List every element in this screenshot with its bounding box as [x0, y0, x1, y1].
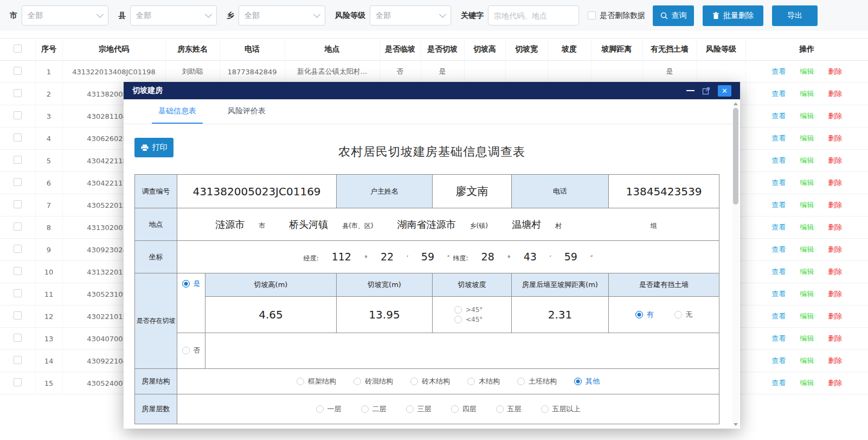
- row-checkbox[interactable]: [14, 334, 22, 342]
- angle-gt45-radio[interactable]: [454, 306, 462, 314]
- row-checkbox[interactable]: [14, 89, 22, 97]
- delete-link[interactable]: 删除: [828, 356, 842, 365]
- view-link[interactable]: 查看: [771, 379, 786, 387]
- delete-link[interactable]: 删除: [828, 379, 842, 387]
- view-link[interactable]: 查看: [771, 201, 786, 209]
- view-link[interactable]: 查看: [771, 356, 786, 365]
- print-button[interactable]: 打印: [134, 138, 173, 157]
- floors-1-radio[interactable]: [316, 405, 324, 413]
- county-select[interactable]: 全部: [130, 5, 217, 25]
- row-checkbox[interactable]: [14, 378, 22, 386]
- delete-link[interactable]: 删除: [828, 178, 842, 187]
- structure-frame-radio[interactable]: [297, 378, 304, 385]
- structure-brick-concrete-radio[interactable]: [353, 378, 361, 385]
- edit-link[interactable]: 编辑: [800, 178, 814, 187]
- edit-link[interactable]: 编辑: [800, 201, 814, 209]
- edit-link[interactable]: 编辑: [800, 223, 814, 231]
- edit-link[interactable]: 编辑: [800, 112, 814, 120]
- maximize-icon[interactable]: [702, 87, 710, 95]
- edit-link[interactable]: 编辑: [800, 379, 814, 387]
- view-link[interactable]: 查看: [771, 156, 786, 164]
- slope-no-radio[interactable]: [182, 347, 190, 354]
- row-checkbox[interactable]: [14, 111, 22, 119]
- structure-brick-wood-radio[interactable]: [410, 378, 418, 385]
- delete-link[interactable]: 删除: [828, 267, 842, 276]
- row-checkbox[interactable]: [14, 178, 22, 186]
- floors-5-radio[interactable]: [496, 405, 504, 413]
- delete-link[interactable]: 删除: [828, 67, 842, 75]
- view-link[interactable]: 查看: [771, 223, 786, 231]
- row-checkbox[interactable]: [14, 245, 22, 253]
- scroll-up-icon[interactable]: [732, 100, 739, 107]
- tab-risk-evaluation[interactable]: 风险评价表: [228, 106, 266, 124]
- view-link[interactable]: 查看: [771, 90, 786, 98]
- row-checkbox[interactable]: [14, 356, 22, 364]
- delete-link[interactable]: 删除: [828, 245, 842, 253]
- edit-link[interactable]: 编辑: [800, 312, 814, 320]
- view-link[interactable]: 查看: [771, 290, 786, 298]
- edit-link[interactable]: 编辑: [800, 245, 814, 253]
- col-owner-name: 房东姓名: [165, 39, 220, 61]
- structure-wood-radio[interactable]: [467, 378, 475, 385]
- delete-link[interactable]: 删除: [828, 312, 842, 320]
- view-link[interactable]: 查看: [771, 245, 786, 253]
- edit-link[interactable]: 编辑: [800, 290, 814, 298]
- scrollbar-thumb[interactable]: [733, 108, 738, 205]
- row-checkbox[interactable]: [14, 67, 22, 75]
- delete-link[interactable]: 删除: [828, 290, 842, 298]
- delete-link[interactable]: 删除: [828, 112, 842, 120]
- cell-slope_width: [505, 61, 548, 83]
- floors-5plus-radio[interactable]: [541, 405, 549, 413]
- close-icon[interactable]: ✕: [718, 85, 731, 97]
- export-button[interactable]: 导出: [772, 5, 818, 26]
- delete-link[interactable]: 删除: [828, 223, 842, 231]
- row-checkbox[interactable]: [14, 200, 22, 208]
- view-link[interactable]: 查看: [771, 312, 786, 320]
- edit-link[interactable]: 编辑: [800, 267, 814, 276]
- delete-link[interactable]: 删除: [828, 134, 842, 142]
- delete-link[interactable]: 删除: [828, 201, 842, 209]
- select-all-checkbox[interactable]: [14, 44, 22, 53]
- angle-lt45-radio[interactable]: [454, 316, 462, 323]
- view-link[interactable]: 查看: [771, 334, 786, 342]
- floors-2-radio[interactable]: [361, 405, 369, 413]
- view-link[interactable]: 查看: [771, 112, 786, 120]
- floors-3-radio[interactable]: [406, 405, 414, 413]
- delete-link[interactable]: 删除: [828, 90, 842, 98]
- delete-link[interactable]: 删除: [828, 334, 842, 342]
- edit-link[interactable]: 编辑: [800, 356, 814, 365]
- edit-link[interactable]: 编辑: [800, 156, 814, 164]
- edit-link[interactable]: 编辑: [800, 67, 814, 75]
- structure-adobe-radio[interactable]: [517, 378, 525, 385]
- row-checkbox[interactable]: [14, 156, 22, 164]
- row-actions: 查看编辑删除: [745, 83, 868, 105]
- minimize-icon[interactable]: [686, 90, 695, 91]
- row-checkbox[interactable]: [14, 267, 22, 275]
- deleted-data-checkbox[interactable]: [588, 11, 596, 20]
- row-checkbox[interactable]: [14, 133, 22, 142]
- wall-yes-radio[interactable]: [635, 311, 643, 318]
- edit-link[interactable]: 编辑: [800, 134, 814, 142]
- city-select[interactable]: 全部: [22, 5, 108, 25]
- edit-link[interactable]: 编辑: [800, 90, 814, 98]
- structure-other-radio[interactable]: [574, 378, 582, 385]
- slope-yes-radio[interactable]: [182, 280, 190, 288]
- view-link[interactable]: 查看: [771, 178, 786, 187]
- tab-basic-info[interactable]: 基础信息表: [158, 106, 196, 124]
- query-button[interactable]: 查询: [653, 5, 694, 26]
- scroll-down-icon[interactable]: [732, 421, 739, 428]
- batch-delete-button[interactable]: 批量删除: [703, 5, 763, 26]
- view-link[interactable]: 查看: [771, 67, 786, 75]
- view-link[interactable]: 查看: [771, 267, 786, 276]
- township-select[interactable]: 全部: [239, 5, 325, 25]
- view-link[interactable]: 查看: [771, 134, 786, 142]
- risk-level-select[interactable]: 全部: [370, 5, 451, 25]
- row-checkbox[interactable]: [14, 222, 22, 231]
- delete-link[interactable]: 删除: [828, 156, 842, 164]
- row-checkbox[interactable]: [14, 311, 22, 320]
- keyword-input[interactable]: [488, 5, 579, 25]
- wall-no-radio[interactable]: [674, 311, 682, 318]
- row-checkbox[interactable]: [14, 289, 22, 297]
- edit-link[interactable]: 编辑: [800, 334, 814, 342]
- floors-4-radio[interactable]: [451, 405, 459, 413]
